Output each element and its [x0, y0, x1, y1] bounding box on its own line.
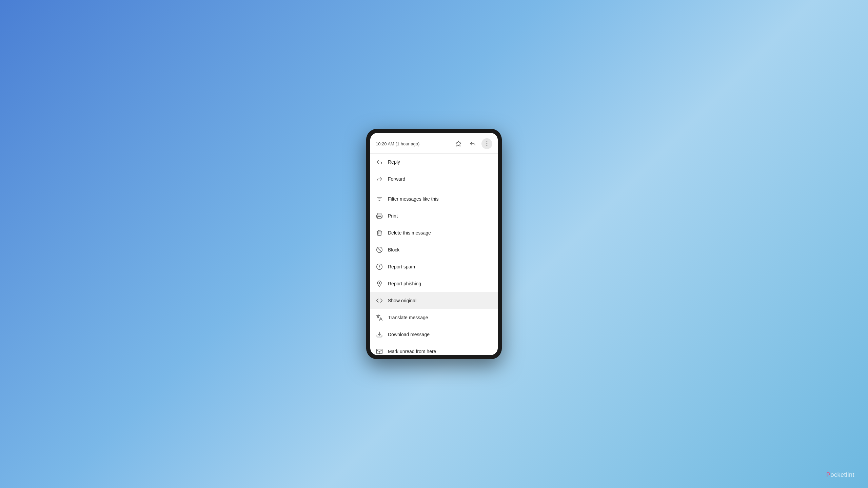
svg-point-3: [487, 145, 488, 146]
svg-rect-7: [378, 217, 381, 219]
forward-label: Forward: [388, 176, 405, 182]
tablet-frame: 10:20 AM (1 hour ago): [366, 129, 502, 359]
download-label: Download message: [388, 332, 430, 337]
mark-unread-label: Mark unread from here: [388, 349, 436, 354]
star-button[interactable]: [453, 138, 464, 149]
trash-icon: [376, 229, 383, 237]
watermark-p: P: [826, 471, 831, 478]
print-label: Print: [388, 213, 398, 219]
menu-item-print[interactable]: Print: [370, 207, 498, 224]
filter-label: Filter messages like this: [388, 196, 438, 202]
email-time: 10:20 AM (1 hour ago): [376, 141, 449, 146]
report-spam-label: Report spam: [388, 264, 415, 269]
more-vert-icon: [484, 140, 490, 147]
menu-item-delete[interactable]: Delete this message: [370, 224, 498, 241]
divider-1: [370, 189, 498, 189]
menu-item-reply[interactable]: Reply: [370, 154, 498, 170]
reply-label: Reply: [388, 159, 400, 165]
reply-icon: [469, 140, 476, 147]
menu-item-translate[interactable]: Translate message: [370, 309, 498, 326]
menu-item-show-original[interactable]: Show original: [370, 292, 498, 309]
menu-item-forward[interactable]: Forward: [370, 170, 498, 187]
phishing-icon: [376, 280, 383, 287]
filter-icon: [376, 195, 383, 203]
translate-label: Translate message: [388, 315, 428, 320]
svg-line-9: [377, 248, 381, 252]
show-original-label: Show original: [388, 298, 416, 303]
reply-button[interactable]: [467, 138, 478, 149]
svg-point-1: [487, 141, 488, 142]
code-icon: [376, 297, 383, 304]
watermark: Pocketlint: [826, 471, 854, 479]
svg-point-2: [487, 143, 488, 144]
svg-point-13: [379, 283, 380, 284]
menu-item-download[interactable]: Download message: [370, 326, 498, 343]
menu-item-filter[interactable]: Filter messages like this: [370, 190, 498, 207]
tablet-screen: 10:20 AM (1 hour ago): [370, 133, 498, 355]
menu-item-mark-unread[interactable]: Mark unread from here: [370, 343, 498, 355]
menu-item-report-phishing[interactable]: Report phishing: [370, 275, 498, 292]
more-options-button[interactable]: [481, 138, 492, 149]
menu-item-block[interactable]: Block: [370, 241, 498, 258]
menu-item-report-spam[interactable]: Report spam: [370, 258, 498, 275]
translate-icon: [376, 314, 383, 321]
dropdown-menu: Reply Forward: [370, 154, 498, 355]
reply-icon: [376, 158, 383, 166]
spam-icon: [376, 263, 383, 270]
print-icon: [376, 212, 383, 220]
star-icon: [455, 140, 462, 147]
block-label: Block: [388, 247, 399, 252]
watermark-text: ocketlint: [830, 471, 854, 478]
forward-icon: [376, 175, 383, 183]
mark-unread-icon: [376, 348, 383, 355]
delete-label: Delete this message: [388, 230, 431, 236]
svg-marker-0: [456, 141, 461, 146]
email-header: 10:20 AM (1 hour ago): [370, 133, 498, 154]
block-icon: [376, 246, 383, 253]
download-icon: [376, 331, 383, 338]
report-phishing-label: Report phishing: [388, 281, 421, 286]
